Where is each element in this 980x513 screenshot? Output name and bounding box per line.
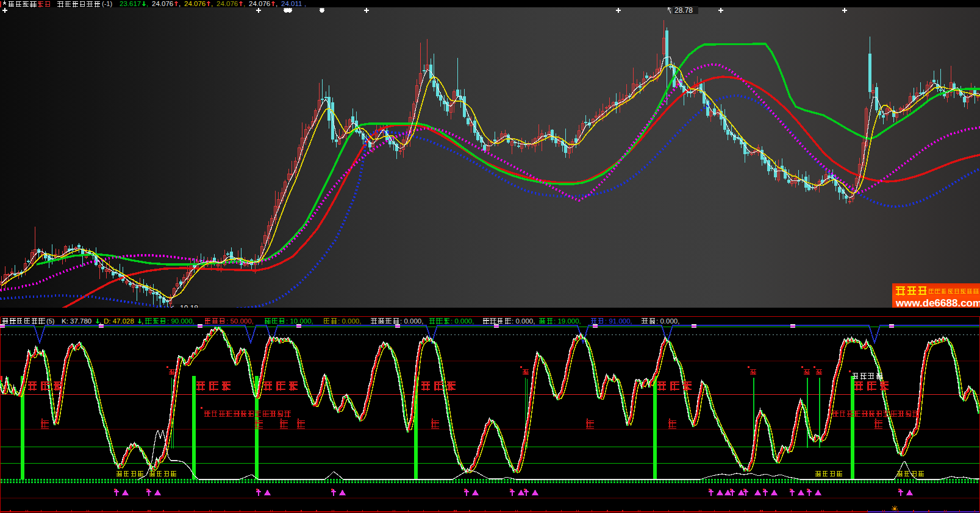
svg-text:,: , [99,317,101,325]
svg-text:(5): (5) [46,317,54,325]
svg-text:: 0.000,: : 0.000, [338,317,361,325]
svg-text:,: , [304,0,306,7]
svg-text:24.076: 24.076 [216,0,238,7]
svg-text:K: 37.780: K: 37.780 [62,317,91,325]
svg-text:24.076: 24.076 [249,0,270,7]
svg-text:: 0.000,: : 0.000, [400,317,423,325]
svg-text:,: , [179,0,181,7]
svg-text:: 0.000,: : 0.000, [451,317,474,325]
svg-text:,: , [243,0,245,7]
svg-text:23.617: 23.617 [120,0,141,7]
svg-text:: 90.000,: : 90.000, [167,317,195,325]
svg-text:24.011: 24.011 [281,0,302,7]
svg-text:28.78: 28.78 [674,6,693,15]
svg-text:: 91.000,: : 91.000, [605,317,632,325]
svg-text:D: 47.028: D: 47.028 [104,317,134,325]
svg-text:,: , [141,317,143,325]
svg-text:,: , [276,0,277,7]
svg-text:,: , [146,0,148,7]
svg-text:: 10.000,: : 10.000, [286,317,313,325]
svg-text:24.076: 24.076 [184,0,206,7]
svg-text:www.de6688.com: www.de6688.com [895,297,980,309]
svg-text:,: , [211,0,213,7]
svg-text:: 0.000,: : 0.000, [656,317,679,325]
svg-text:: 19.000,: : 19.000, [554,317,581,325]
svg-text:: 50.000,: : 50.000, [226,317,254,325]
svg-text:: 0.000,: : 0.000, [512,317,535,325]
svg-text:24.076: 24.076 [152,0,173,7]
svg-text:(-1): (-1) [102,0,112,7]
